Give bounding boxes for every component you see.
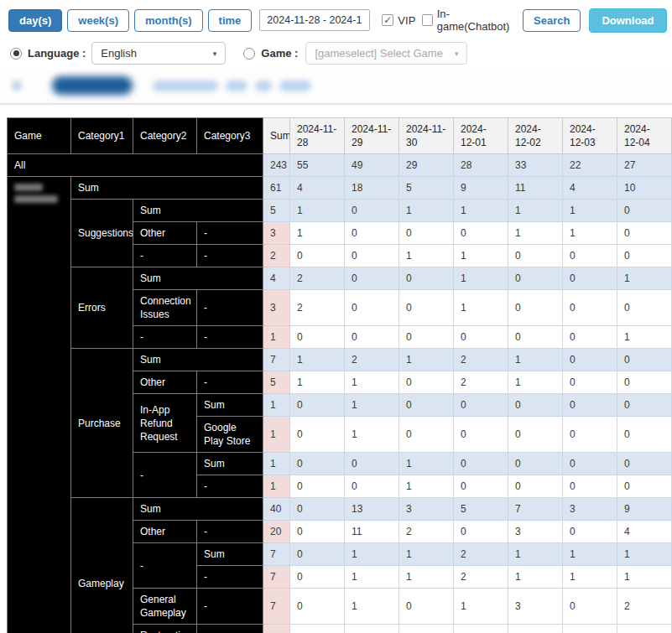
- value-cell: 11: [508, 177, 563, 200]
- category3-cell: Sum: [197, 453, 263, 475]
- value-cell: 0: [290, 475, 345, 498]
- value-cell: 1: [399, 245, 454, 267]
- game-radio[interactable]: [243, 48, 255, 60]
- category2-cell: Other: [133, 521, 197, 543]
- value-cell: 0: [454, 453, 508, 475]
- value-cell: 1: [617, 543, 672, 566]
- sum-cell: 243: [263, 154, 290, 177]
- value-cell: 11: [345, 521, 399, 543]
- category3-cell: -: [197, 245, 263, 267]
- value-cell: 0: [399, 326, 454, 349]
- category2-cell: -: [133, 543, 197, 589]
- value-cell: 49: [345, 154, 399, 177]
- table-row: GameplaySum4001335739: [8, 498, 672, 521]
- value-cell: 0: [508, 326, 563, 349]
- value-cell: 0: [617, 417, 672, 453]
- value-cell: 0: [345, 326, 399, 349]
- value-cell: 27: [617, 154, 672, 177]
- date-range-input[interactable]: [259, 9, 370, 31]
- value-cell: 0: [508, 417, 563, 453]
- category1-cell: Sum: [71, 177, 263, 200]
- report-table-wrapper: GameCategory1Category2Category3Sum2024-1…: [7, 117, 672, 633]
- game-select[interactable]: [gameselect] Select Game ▾: [305, 42, 467, 65]
- value-cell: 0: [290, 417, 345, 453]
- period-button-month-s[interactable]: month(s): [134, 9, 203, 32]
- category2-cell: Sum: [133, 267, 263, 290]
- category3-cell: -: [197, 326, 263, 349]
- sum-cell: 20: [263, 521, 290, 543]
- value-cell: 1: [345, 417, 399, 453]
- value-cell: 1: [399, 200, 454, 222]
- value-cell: 0: [617, 475, 672, 498]
- category2-cell: Sum: [133, 349, 263, 371]
- value-cell: 9: [617, 498, 672, 521]
- column-header-2024-11-30: 2024-11-30: [399, 118, 454, 154]
- category3-cell: -: [197, 521, 263, 543]
- search-button[interactable]: Search: [523, 9, 581, 32]
- value-cell: 1: [345, 589, 399, 625]
- value-cell: 1: [345, 543, 399, 566]
- value-cell: 10: [617, 177, 672, 200]
- value-cell: 0: [617, 290, 672, 326]
- category2-cell: In-App Refund Request: [133, 394, 197, 453]
- value-cell: 1: [617, 267, 672, 290]
- value-cell: 1: [563, 566, 617, 589]
- period-button-week-s[interactable]: week(s): [67, 9, 129, 32]
- column-header-2024-12-03: 2024-12-03: [563, 118, 617, 154]
- category3-cell: -: [197, 625, 263, 633]
- vip-checkbox[interactable]: ✓VIP: [382, 14, 415, 27]
- period-button-day-s[interactable]: day(s): [8, 9, 62, 32]
- value-cell: 0: [563, 371, 617, 394]
- value-cell: 0: [290, 245, 345, 267]
- value-cell: 0: [345, 222, 399, 245]
- redacted-selected-tab[interactable]: [52, 76, 133, 95]
- in-game-chatbot-checkbox[interactable]: In-game(Chatbot): [422, 8, 511, 33]
- checkbox-icon[interactable]: [422, 14, 432, 26]
- sum-cell: 1: [263, 394, 290, 417]
- value-cell: 0: [563, 267, 617, 290]
- checkbox-icon[interactable]: ✓: [382, 14, 393, 26]
- chevron-down-icon: ▾: [455, 49, 459, 58]
- value-cell: 1: [508, 200, 563, 222]
- value-cell: 2: [345, 349, 399, 371]
- redacted-icon: [12, 80, 22, 91]
- value-cell: 1: [454, 589, 508, 625]
- language-label: Language :: [28, 47, 86, 60]
- sum-cell: 7: [263, 349, 290, 371]
- column-header-2024-11-29: 2024-11-29: [345, 118, 399, 154]
- category2-cell: Other: [133, 371, 197, 394]
- download-button[interactable]: Download: [589, 8, 666, 33]
- value-cell: 0: [399, 417, 454, 453]
- value-cell: 0: [617, 349, 672, 371]
- value-cell: 5: [454, 498, 508, 521]
- value-cell: 2: [399, 521, 454, 543]
- value-cell: 0: [563, 453, 617, 475]
- sum-cell: 1: [263, 326, 290, 349]
- report-table: GameCategory1Category2Category3Sum2024-1…: [7, 117, 672, 633]
- value-cell: 0: [290, 566, 345, 589]
- value-cell: 0: [617, 371, 672, 394]
- game-select-value: [gameselect] Select Game: [315, 47, 442, 60]
- value-cell: 1: [399, 543, 454, 566]
- value-cell: 0: [508, 394, 563, 417]
- value-cell: 0: [508, 475, 563, 498]
- table-row: ErrorsSum42001001: [8, 267, 672, 290]
- language-select[interactable]: English ▾: [91, 42, 226, 65]
- redacted-links[interactable]: [153, 80, 311, 91]
- period-button-time[interactable]: time: [208, 9, 253, 32]
- value-cell: 5: [399, 177, 454, 200]
- value-cell: 33: [508, 154, 563, 177]
- sum-cell: 4: [263, 267, 290, 290]
- value-cell: 1: [454, 290, 508, 326]
- value-cell: 0: [454, 475, 508, 498]
- checkbox-label: In-game(Chatbot): [437, 8, 511, 33]
- value-cell: 0: [454, 417, 508, 453]
- chevron-down-icon: ▾: [213, 49, 217, 58]
- value-cell: 0: [617, 245, 672, 267]
- column-header-2024-12-04: 2024-12-04: [617, 118, 672, 154]
- value-cell: 1: [290, 349, 345, 371]
- value-cell: 1: [345, 566, 399, 589]
- language-radio[interactable]: [10, 48, 22, 60]
- value-cell: 3: [508, 521, 563, 543]
- value-cell: 1: [399, 566, 454, 589]
